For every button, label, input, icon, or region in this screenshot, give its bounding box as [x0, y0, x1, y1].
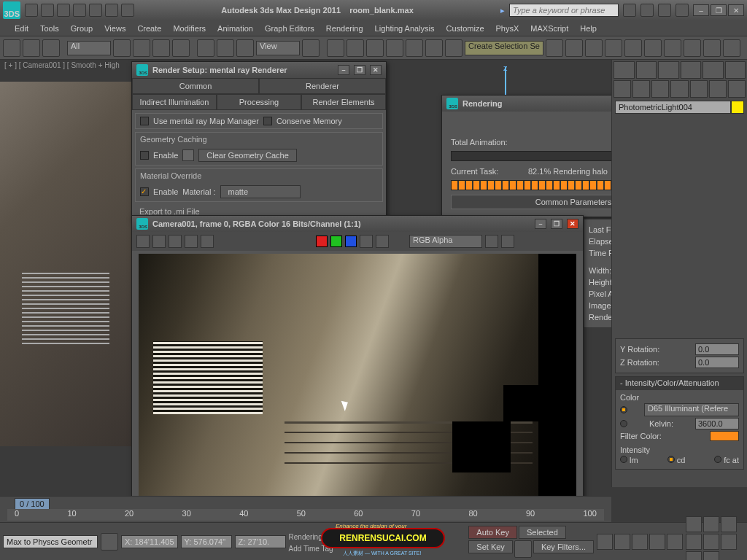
- sub1-icon[interactable]: [614, 80, 631, 98]
- menu-animation[interactable]: Animation: [217, 24, 253, 33]
- prev-frame-icon[interactable]: [614, 534, 630, 550]
- scale-icon[interactable]: [236, 39, 254, 57]
- channel-dropdown[interactable]: RGB Alpha: [409, 235, 482, 248]
- nav-orbit-icon[interactable]: [721, 534, 737, 550]
- material-slot-button[interactable]: matte: [220, 185, 301, 198]
- manipulate-icon[interactable]: [327, 39, 344, 57]
- binoculars-icon[interactable]: [623, 4, 636, 17]
- link-tool-icon[interactable]: [3, 39, 20, 57]
- rotate-icon[interactable]: [217, 39, 234, 57]
- setkey-button[interactable]: Set Key: [468, 540, 513, 553]
- render-icon[interactable]: [703, 39, 721, 57]
- object-color-swatch[interactable]: [731, 101, 744, 114]
- restore-button[interactable]: ❐: [711, 4, 727, 16]
- nav-zoom-icon[interactable]: [686, 516, 702, 532]
- hierarchy-tab-icon[interactable]: [658, 61, 679, 79]
- nav-pan-icon[interactable]: [703, 534, 719, 550]
- autokey-button[interactable]: Auto Key: [468, 526, 517, 539]
- save-image-icon[interactable]: [136, 235, 150, 248]
- next-frame-icon[interactable]: [649, 534, 665, 550]
- sub5-icon[interactable]: [690, 80, 708, 98]
- nav-fov-icon[interactable]: [721, 516, 737, 532]
- ref-coord-dropdown[interactable]: View: [256, 41, 300, 55]
- goto-start-icon[interactable]: [597, 534, 613, 550]
- close-button[interactable]: ✕: [728, 4, 744, 16]
- rs-close-button[interactable]: ✕: [370, 65, 382, 75]
- use-map-manager-check[interactable]: [140, 117, 149, 125]
- utilities-tab-icon[interactable]: [725, 61, 746, 79]
- undo-icon[interactable]: [73, 4, 86, 17]
- clear-geom-cache-button[interactable]: Clear Geometry Cache: [198, 149, 297, 162]
- menu-edit[interactable]: Edit: [15, 24, 28, 33]
- redo-icon[interactable]: [89, 4, 102, 17]
- infocenter-icon[interactable]: [640, 4, 654, 17]
- window-crossing-icon[interactable]: [172, 39, 190, 57]
- cd-radio[interactable]: [667, 456, 675, 463]
- layers-icon[interactable]: [585, 39, 603, 57]
- fc-radio[interactable]: [714, 456, 721, 463]
- percent-snap-icon[interactable]: [406, 39, 423, 57]
- fb-close-button[interactable]: ✕: [567, 219, 578, 229]
- align-icon[interactable]: [565, 39, 583, 57]
- object-name-input[interactable]: [615, 101, 731, 114]
- fb-maximize-button[interactable]: ❐: [551, 219, 562, 229]
- bind-spacewarp-icon[interactable]: [42, 39, 60, 57]
- maxscript-listener[interactable]: [3, 535, 98, 548]
- pivot-icon[interactable]: [302, 39, 320, 57]
- mat-enable-check[interactable]: [140, 187, 149, 196]
- menu-views[interactable]: Views: [104, 24, 125, 33]
- save-icon[interactable]: [57, 4, 70, 17]
- keyboard-icon[interactable]: [347, 39, 364, 57]
- ica-rollout-head[interactable]: - Intensity/Color/Attenuation: [616, 377, 743, 390]
- clone-icon[interactable]: [169, 235, 182, 248]
- menu-help[interactable]: Help: [580, 24, 597, 33]
- menu-create[interactable]: Create: [137, 24, 161, 33]
- tab-render-elements[interactable]: Render Elements: [301, 94, 386, 110]
- fb-minimize-button[interactable]: –: [535, 219, 546, 229]
- filter-color-swatch[interactable]: [710, 431, 739, 441]
- clear-icon[interactable]: [201, 235, 214, 248]
- goto-end-icon[interactable]: [667, 534, 683, 550]
- app-icon[interactable]: 3DS: [3, 1, 20, 19]
- geom-enable-check[interactable]: [140, 151, 149, 160]
- frame-indicator[interactable]: 0 / 100: [15, 498, 50, 510]
- unlink-tool-icon[interactable]: [23, 39, 40, 57]
- selection-filter[interactable]: All: [67, 41, 111, 55]
- mono-channel-icon[interactable]: [376, 235, 389, 248]
- favorites-icon[interactable]: [658, 4, 671, 17]
- sub4-icon[interactable]: [670, 80, 688, 98]
- spinner-snap-icon[interactable]: [425, 39, 443, 57]
- menu-modifiers[interactable]: Modifiers: [173, 24, 206, 33]
- z-coord[interactable]: Z: 27'10.: [235, 535, 286, 548]
- lm-radio[interactable]: [620, 456, 627, 463]
- abc-icon[interactable]: [445, 39, 462, 57]
- fb-opt1-icon[interactable]: [485, 235, 498, 248]
- zrot-input[interactable]: [695, 357, 739, 368]
- menu-lighting[interactable]: Lighting Analysis: [375, 24, 435, 33]
- copy-image-icon[interactable]: [152, 235, 166, 248]
- motion-tab-icon[interactable]: [681, 61, 702, 79]
- blue-channel-icon[interactable]: [345, 236, 357, 247]
- project-icon[interactable]: [121, 4, 134, 17]
- sub3-icon[interactable]: [651, 80, 669, 98]
- material-editor-icon[interactable]: [644, 39, 662, 57]
- create-tab-icon[interactable]: [614, 61, 635, 79]
- menu-rendering[interactable]: Rendering: [326, 24, 363, 33]
- sub7-icon[interactable]: [728, 80, 746, 98]
- move-icon[interactable]: [197, 39, 214, 57]
- schematic-icon[interactable]: [624, 39, 642, 57]
- conserve-memory-check[interactable]: [263, 117, 272, 125]
- frame-buffer-icon[interactable]: [684, 39, 701, 57]
- y-coord[interactable]: Y: 576.074": [181, 535, 232, 548]
- alpha-channel-icon[interactable]: [360, 235, 373, 248]
- menu-customize[interactable]: Customize: [446, 24, 484, 33]
- kelvin-input[interactable]: [695, 418, 739, 429]
- timeline[interactable]: 0 / 100 0 10 20 30 40 50 60 70 80 90 100: [0, 496, 611, 522]
- tab-indirect[interactable]: Indirect Illumination: [132, 94, 217, 110]
- tab-renderer[interactable]: Renderer: [259, 78, 386, 94]
- new-icon[interactable]: [25, 4, 38, 17]
- yrot-input[interactable]: [695, 343, 739, 355]
- minimize-button[interactable]: –: [693, 4, 709, 16]
- render-setup-icon[interactable]: [664, 39, 681, 57]
- keymode-dropdown[interactable]: Selected: [519, 526, 566, 539]
